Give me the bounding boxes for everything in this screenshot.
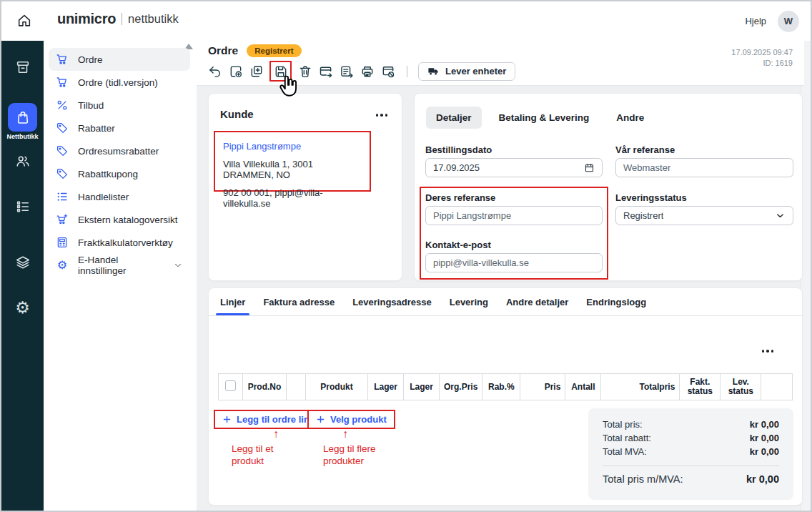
menu-list: Ordre Ordre (tidl.versjon) Tilbud Rabatt… (49, 48, 190, 277)
grand-total-value: kr 0,00 (746, 473, 779, 486)
deliver-units-button[interactable]: Lever enheter (418, 62, 515, 81)
tag-icon (56, 144, 69, 157)
bestillingsdato-label: Bestillingsdato (425, 144, 492, 155)
menu-item-rabattkupong[interactable]: Rabattkupong (49, 162, 190, 185)
menu-item-ordre-tidl[interactable]: Ordre (tidl.versjon) (49, 71, 190, 94)
bestillingsdato-input[interactable]: 17.09.2025 (425, 158, 603, 177)
customer-contact: 902 00 001, pippi@villa-villekulla.se (223, 187, 362, 209)
duplicate-order-button[interactable] (248, 63, 264, 79)
column-header: Org.Pris (440, 374, 482, 400)
chevron-down-icon (173, 260, 183, 270)
total-vat-value: kr 0,00 (750, 445, 779, 458)
customer-more-options-icon[interactable] (373, 111, 391, 119)
menu-item-ordre[interactable]: Ordre (49, 48, 190, 71)
reference-highlight-box (420, 187, 608, 280)
menu-item-label: Handlelister (78, 192, 129, 202)
menu-item-label: Ekstern katalogoversikt (78, 215, 178, 225)
details-card: Detaljer Betaling & Levering Andre Besti… (414, 93, 803, 281)
tab-levering[interactable]: Levering (450, 288, 488, 315)
customer-name-link[interactable]: Pippi Langstrømpe (223, 141, 362, 152)
choose-product-button[interactable]: Velg produkt (309, 411, 394, 428)
table-header-row: Prod.No Produkt Lager Lager Org.Pris Rab… (219, 374, 793, 400)
tab-linjer[interactable]: Linjer (220, 288, 245, 315)
truck-icon (427, 65, 440, 77)
rail-item-settings[interactable]: ⚙ (15, 298, 31, 317)
column-header: Prod.No (243, 374, 287, 400)
brand-suffix: nettbutikk (128, 12, 179, 26)
rail-item-layers[interactable] (15, 255, 31, 270)
tab-andre-detaljer[interactable]: Andre detaljer (506, 288, 568, 315)
chevron-down-icon (775, 210, 786, 221)
menu-item-tilbud[interactable]: Tilbud (49, 94, 190, 117)
menu-item-label: Fraktkalkulatorverktøy (78, 237, 173, 248)
column-header: Lager (368, 374, 404, 400)
bullet-list-icon (56, 190, 69, 203)
order-lines-card: Linjer Faktura adresse Leveringsadresse … (208, 287, 803, 506)
grand-total-label: Total pris m/MVA: (603, 473, 683, 486)
rail-active-label: Nettbutikk (1, 133, 44, 140)
total-vat-row: Total MVA: kr 0,00 (603, 445, 779, 458)
menu-item-ordresumsrabatter[interactable]: Ordresumsrabatter (49, 139, 190, 162)
tab-detaljer[interactable]: Detaljer (426, 107, 482, 129)
transfer-order-button[interactable] (317, 63, 334, 79)
transfer-lines-button[interactable] (338, 63, 355, 79)
document-plus-icon (229, 64, 243, 79)
choose-product-highlight-box: Velg produkt (307, 410, 395, 429)
rail-item-lists[interactable] (15, 199, 31, 215)
new-order-button[interactable] (227, 63, 244, 79)
customer-highlight-box: Pippi Langstrømpe Villa Villekulla 1, 30… (214, 131, 371, 192)
tab-faktura-adresse[interactable]: Faktura adresse (263, 288, 335, 315)
details-tabs: Detaljer Betaling & Levering Andre (426, 107, 654, 129)
annotation-arrow-icon: ↑ (273, 428, 279, 440)
print-button[interactable] (359, 63, 375, 79)
lines-more-options-icon[interactable] (759, 347, 777, 355)
total-discount-value: kr 0,00 (750, 431, 779, 445)
leveringsstatus-label: Leveringsstatus (615, 192, 687, 203)
home-button[interactable] (16, 13, 32, 29)
undo-button[interactable] (207, 63, 223, 79)
plus-icon (316, 415, 325, 424)
rail-item-customers[interactable] (15, 153, 31, 169)
var-referanse-input[interactable]: Webmaster (615, 158, 793, 177)
menu-item-handlelister[interactable]: Handlelister (49, 185, 190, 208)
delete-button[interactable] (297, 63, 313, 79)
tab-endringslogg[interactable]: Endringslogg (586, 288, 646, 315)
tab-leveringsadresse[interactable]: Leveringsadresse (352, 288, 432, 315)
gear-icon: ⚙ (56, 259, 69, 272)
tab-andre[interactable]: Andre (606, 107, 654, 129)
plus-icon (222, 415, 232, 424)
totals-divider (603, 466, 779, 466)
column-header: Antall (565, 374, 601, 400)
topbar-right: Hjelp W (745, 1, 799, 41)
home-icon (16, 13, 32, 29)
page-title: Ordre (208, 44, 238, 57)
rail-item-nettbutikk[interactable] (8, 103, 37, 132)
icon-rail: Nettbutikk ⚙ (1, 41, 44, 511)
cart-icon (56, 76, 69, 89)
column-header: Fakt. status (680, 374, 721, 400)
cancel-order-button[interactable] (380, 63, 396, 79)
menu-item-label: Rabatter (78, 123, 115, 134)
users-icon (15, 153, 31, 169)
total-discount-label: Total rabatt: (603, 431, 651, 445)
save-button[interactable] (272, 63, 289, 79)
rail-item-orders[interactable] (15, 59, 31, 75)
gear-icon: ⚙ (15, 298, 30, 317)
avatar[interactable]: W (778, 11, 799, 32)
help-link[interactable]: Hjelp (745, 16, 766, 26)
menu-item-label: Tilbud (78, 100, 104, 111)
total-discount-row: Total rabatt: kr 0,00 (603, 431, 779, 445)
select-all-checkbox[interactable] (225, 380, 236, 391)
top-bar: unimicro nettbutikk Hjelp W (1, 1, 811, 41)
leveringsstatus-select[interactable]: Registrert (615, 206, 793, 225)
save-icon (274, 64, 288, 79)
menu-item-ehandel-innstillinger[interactable]: ⚙ E-Handel innstillinger (49, 254, 190, 277)
customer-card-title: Kunde (220, 108, 254, 120)
tab-betaling-levering[interactable]: Betaling & Levering (489, 107, 600, 129)
calculator-icon (56, 236, 69, 249)
menu-item-rabatter[interactable]: Rabatter (49, 117, 190, 139)
total-price-row: Total pris: kr 0,00 (603, 418, 779, 431)
menu-item-fraktkalkulator[interactable]: Fraktkalkulatorverktøy (49, 231, 190, 254)
menu-item-ekstern-katalog[interactable]: Ekstern katalogoversikt (49, 208, 190, 231)
brand-logo: unimicro nettbutikk (57, 11, 179, 27)
